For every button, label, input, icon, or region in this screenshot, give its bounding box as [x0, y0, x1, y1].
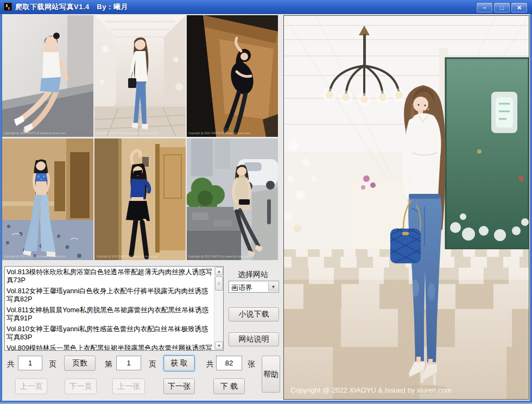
site-select-label: 选择网站: [238, 270, 268, 280]
thumb-watermark: Copyright @ 2022 XIAOYU & Issued by xiur…: [188, 255, 250, 258]
next-image-button[interactable]: 下一张: [163, 378, 195, 394]
site-dropdown-value: 画语界: [231, 283, 252, 293]
listbox-scrollbar[interactable]: ▲ ≡ ▼: [214, 267, 223, 350]
scroll-down-icon[interactable]: ▼: [215, 342, 223, 350]
thumb-watermark: Copyright @ 2022 XIAOYU & Issued by xiur…: [96, 255, 158, 258]
total-pages-label: 共: [7, 359, 15, 369]
fetch-button[interactable]: 获 取: [163, 355, 195, 371]
download-button[interactable]: 下 载: [213, 378, 245, 394]
app-icon: [4, 3, 12, 11]
current-unit-label: 页: [149, 359, 156, 369]
list-item[interactable]: Vol.812女神王馨瑶yanni白色收身上衣配牛仔裤半脱露无内肉丝诱惑写真82…: [7, 287, 213, 304]
novel-download-button[interactable]: 小说下载: [229, 307, 279, 321]
current-page-label: 第: [105, 359, 112, 369]
images-unit-label: 张: [248, 359, 255, 369]
results-list: Vol.813模特张欣欣私房浴室白色轻透吊带配超薄无内肉丝撩人诱惑写真73P V…: [5, 267, 214, 350]
minimize-button[interactable]: –: [476, 2, 493, 13]
results-listbox[interactable]: Vol.813模特张欣欣私房浴室白色轻透吊带配超薄无内肉丝撩人诱惑写真73P V…: [4, 266, 224, 351]
thumbnail-5[interactable]: Copyright @ 2022 XIAOYU & Issued by xiur…: [94, 138, 186, 260]
list-item[interactable]: Vol.811女神杨晨晨Yome私房脱黑色吊裙露蕾丝内衣配黑丝吊袜诱惑写真91P: [7, 306, 213, 323]
window-border-bottom: [0, 401, 532, 404]
help-button[interactable]: 帮助: [262, 356, 280, 393]
total-images-input[interactable]: [216, 356, 242, 370]
titlebar[interactable]: 爬取下载网站写真V1.4 By：曦月 – □ ✕: [0, 0, 532, 14]
scrollbar-thumb[interactable]: ≡: [215, 276, 223, 291]
thumbnail-3[interactable]: Copyright @ 2022 XIAOYU & Issued by xiur…: [187, 15, 278, 137]
site-dropdown[interactable]: 画语界 ▼: [229, 281, 279, 293]
thumbnail-2[interactable]: Copyright @ 2022 XIAOYU & Issued by xiur…: [94, 15, 186, 137]
thumb-watermark: Copyright @ 2022 XIAOYU & Issued by xiur…: [96, 131, 158, 135]
window-border-right: [530, 14, 532, 401]
total-pages-input[interactable]: [18, 356, 42, 370]
pages-unit-label: 页: [49, 359, 56, 369]
prev-image-button[interactable]: 上一张: [112, 378, 145, 394]
window-title: 爬取下载网站写真V1.4 By：曦月: [15, 2, 128, 12]
thumbnail-6[interactable]: Copyright @ 2022 XIAOYU & Issued by xiur…: [187, 138, 278, 260]
page-count-button[interactable]: 页数: [64, 356, 96, 371]
list-item[interactable]: Vol.809模特林乐一黑色上衣配黑短裙半脱露黑色内衣蕾丝网袜诱惑写真: [7, 344, 213, 350]
list-item[interactable]: Vol.810女神王馨瑶yanni私房性感蓝色蕾丝内衣配白丝吊袜极致诱惑写真83…: [7, 325, 213, 342]
preview-image: Copyright @ 2022 XIAOYU & Issued by xiur…: [283, 15, 529, 400]
app-window: 爬取下载网站写真V1.4 By：曦月 – □ ✕ Copyright @: [0, 0, 532, 404]
total-images-label: 共: [206, 359, 214, 369]
list-item[interactable]: Vol.813模特张欣欣私房浴室白色轻透吊带配超薄无内肉丝撩人诱惑写真73P: [7, 268, 213, 285]
preview-copyright: Copyright @ 2022 XIAOYU & Issued by xiur…: [290, 386, 451, 394]
thumb-watermark: Copyright @ 2022 XIAOYU & Issued by xiur…: [4, 131, 66, 135]
scroll-up-icon[interactable]: ▲: [215, 267, 223, 275]
maximize-button[interactable]: □: [493, 2, 510, 13]
close-button[interactable]: ✕: [511, 2, 528, 13]
chevron-down-icon[interactable]: ▼: [268, 282, 278, 292]
thumbnail-4[interactable]: Copyright @ 2022 XIAOYU & Issued by xiur…: [2, 138, 93, 260]
next-page-button[interactable]: 下一页: [65, 378, 97, 394]
thumb-watermark: Copyright @ 2022 XIAOYU & Issued by xiur…: [4, 255, 66, 258]
thumbnail-1[interactable]: Copyright @ 2022 XIAOYU & Issued by xiur…: [2, 15, 93, 137]
prev-page-button[interactable]: 上一页: [15, 378, 47, 394]
site-info-button[interactable]: 网站说明: [229, 332, 279, 346]
current-page-input[interactable]: [116, 356, 141, 370]
thumb-watermark: Copyright @ 2022 XIAOYU & Issued by xiur…: [188, 131, 250, 135]
